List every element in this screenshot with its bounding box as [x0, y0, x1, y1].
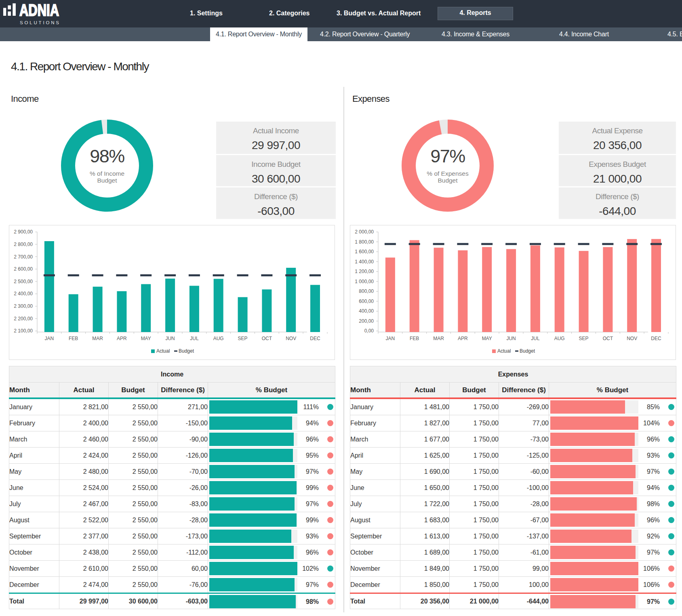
svg-text:MAR: MAR — [92, 336, 103, 341]
svg-text:2 900,00: 2 900,00 — [14, 229, 33, 235]
svg-text:1 000,00: 1 000,00 — [355, 279, 374, 284]
svg-text:1 200,00: 1 200,00 — [355, 269, 374, 274]
svg-text:JUN: JUN — [165, 336, 175, 341]
svg-text:APR: APR — [458, 336, 468, 341]
svg-text:400,00: 400,00 — [359, 308, 374, 314]
svg-text:1 400,00: 1 400,00 — [355, 259, 374, 265]
svg-text:OCT: OCT — [603, 336, 613, 341]
svg-text:FEB: FEB — [69, 336, 78, 341]
svg-text:MAR: MAR — [433, 336, 444, 341]
svg-text:2 400,00: 2 400,00 — [14, 291, 33, 296]
svg-text:JUL: JUL — [190, 336, 199, 341]
svg-text:OCT: OCT — [262, 336, 272, 341]
svg-text:MAY: MAY — [141, 336, 151, 341]
svg-text:2 700,00: 2 700,00 — [14, 254, 33, 260]
svg-text:JAN: JAN — [386, 336, 395, 341]
svg-text:MAY: MAY — [482, 336, 492, 341]
svg-text:200,00: 200,00 — [359, 318, 374, 324]
svg-text:JAN: JAN — [45, 336, 54, 341]
svg-text:ADNIA: ADNIA — [19, 1, 59, 19]
svg-text:0,00: 0,00 — [364, 328, 374, 334]
svg-text:1 800,00: 1 800,00 — [355, 239, 374, 245]
svg-text:2 300,00: 2 300,00 — [14, 303, 33, 309]
svg-text:SEP: SEP — [579, 336, 589, 341]
svg-text:2 600,00: 2 600,00 — [14, 266, 33, 272]
svg-text:800,00: 800,00 — [359, 288, 374, 294]
svg-text:APR: APR — [117, 336, 127, 341]
svg-text:FEB: FEB — [410, 336, 419, 341]
svg-text:AUG: AUG — [554, 336, 565, 341]
svg-text:Budget: Budget — [520, 348, 535, 354]
svg-text:AUG: AUG — [213, 336, 224, 341]
svg-text:NOV: NOV — [286, 336, 296, 341]
svg-text:2 100,00: 2 100,00 — [14, 328, 33, 334]
svg-text:NOV: NOV — [627, 336, 637, 341]
svg-text:Actual: Actual — [156, 348, 170, 354]
svg-text:DEC: DEC — [310, 336, 320, 341]
svg-text:SOLUTIONS: SOLUTIONS — [20, 20, 59, 25]
svg-text:2 800,00: 2 800,00 — [14, 242, 33, 247]
svg-text:2 200,00: 2 200,00 — [14, 316, 33, 322]
svg-text:Budget: Budget — [179, 348, 194, 354]
svg-text:DEC: DEC — [651, 336, 661, 341]
svg-text:JUN: JUN — [506, 336, 516, 341]
svg-text:JUL: JUL — [531, 336, 540, 341]
svg-text:1 600,00: 1 600,00 — [355, 249, 374, 254]
svg-text:2 500,00: 2 500,00 — [14, 279, 33, 284]
svg-text:SEP: SEP — [238, 336, 248, 341]
svg-text:Actual: Actual — [497, 348, 511, 354]
svg-text:600,00: 600,00 — [359, 299, 374, 304]
svg-text:2 000,00: 2 000,00 — [355, 229, 374, 235]
